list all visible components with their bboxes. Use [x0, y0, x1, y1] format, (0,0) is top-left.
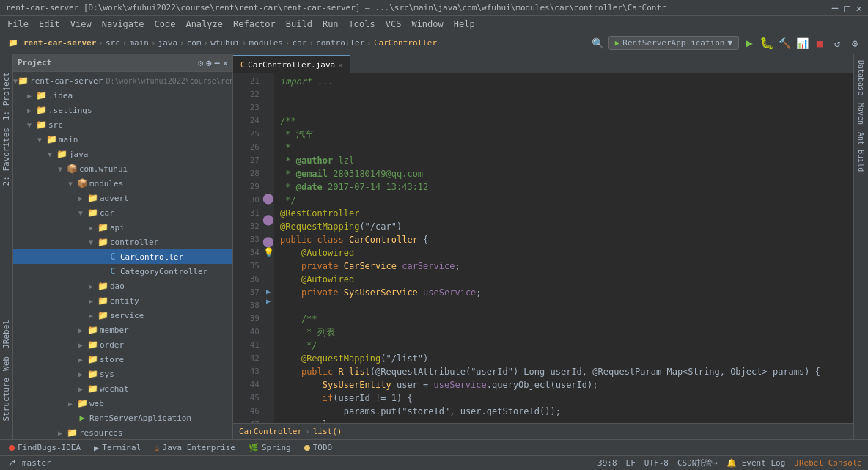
close-btn[interactable]: ✕ [856, 2, 862, 14]
breadcrumb-controller[interactable]: controller [316, 38, 364, 48]
tree-item-categorycontroller[interactable]: C CategoryController [13, 264, 232, 279]
autowire-icon[interactable]: ⬤ [262, 192, 274, 204]
tree-item-src[interactable]: ▼ 📁 src [13, 117, 232, 132]
tree-item-.idea[interactable]: ▶ 📁 .idea [13, 88, 232, 103]
tree-item-order[interactable]: ▶ 📁 order [13, 337, 232, 352]
code-token [280, 246, 301, 260]
tab-close-btn[interactable]: ✕ [338, 61, 342, 69]
tree-item-service[interactable]: ▶ 📁 service [13, 308, 232, 323]
tree-item-.settings[interactable]: ▶ 📁 .settings [13, 103, 232, 117]
right-label-maven[interactable]: Maven [856, 100, 867, 128]
tree-item-advert[interactable]: ▶ 📁 advert [13, 191, 232, 205]
breadcrumb-carcontroller[interactable]: CarController [374, 38, 437, 48]
breadcrumb-src[interactable]: src [106, 38, 120, 48]
tree-item-store[interactable]: ▶ 📁 store [13, 352, 232, 367]
sidebar-label-favorites[interactable]: 2: Favorites [0, 125, 12, 188]
sidebar-label-web[interactable]: Web [0, 353, 12, 374]
sidebar-label-structure[interactable]: Structure [0, 375, 12, 425]
menu-file[interactable]: File [3, 18, 33, 31]
autowire-icon[interactable]: ⬤ [262, 235, 274, 247]
menu-window[interactable]: Window [407, 18, 447, 31]
tree-item-resources[interactable]: ▶ 📁 resources [13, 425, 232, 439]
window-controls[interactable]: ─ □ ✕ [832, 2, 862, 14]
menu-view[interactable]: View [66, 18, 96, 31]
tree-item-wechat[interactable]: ▶ 📁 wechat [13, 381, 232, 396]
sidebar-label-project[interactable]: 1: Project [0, 69, 12, 123]
right-label-database[interactable]: Database [856, 57, 867, 98]
menu-analyze[interactable]: Analyze [181, 18, 227, 31]
maximize-btn[interactable]: □ [844, 2, 850, 14]
tree-item-member[interactable]: ▶ 📁 member [13, 323, 232, 337]
breadcrumb-method[interactable]: list() [313, 427, 342, 436]
menu-tools[interactable]: Tools [345, 18, 380, 31]
menu-build[interactable]: Build [282, 18, 317, 31]
bottom-tab-terminal[interactable]: ▶ Terminal [88, 441, 147, 455]
line-number: 34 [236, 246, 260, 260]
build-btn[interactable]: 🔨 [777, 36, 792, 51]
breadcrumb-wfuhui[interactable]: wfuhui [210, 38, 240, 48]
settings-btn[interactable]: ⚙ [847, 36, 862, 51]
code-content[interactable]: import ... /** * 汽车 * * @author lzl * @e… [274, 73, 853, 423]
tree-item-java[interactable]: ▼ 📁 java [13, 147, 232, 161]
fold-arrow-icon[interactable]: ▶ [266, 287, 271, 295]
tree-item-rentserverapplication[interactable]: ▶ RentServerApplication [13, 411, 232, 425]
panel-expand-icon[interactable]: ⊕ [206, 58, 211, 68]
autowire-icon[interactable]: ⬤ [262, 213, 274, 225]
jrebel-console-btn[interactable]: JRebel Console [794, 458, 862, 468]
breadcrumb-modules[interactable]: modules [249, 38, 283, 48]
panel-close-icon[interactable]: ✕ [223, 58, 228, 68]
sidebar-label-jrebel[interactable]: JRebel [0, 317, 12, 352]
tree-item-carcontroller[interactable]: C CarController [13, 249, 232, 264]
breadcrumb-com[interactable]: com [187, 38, 202, 48]
breadcrumb-class[interactable]: CarController [239, 427, 302, 436]
debug-btn[interactable]: 🐛 [760, 36, 774, 51]
menu-vcs[interactable]: VCS [381, 18, 406, 31]
tree-item-api[interactable]: ▶ 📁 api [13, 220, 232, 235]
line-number: 29 [236, 180, 260, 194]
event-log-btn[interactable]: 🔔 Event Log [727, 458, 785, 468]
minimize-btn[interactable]: ─ [832, 2, 838, 14]
tree-item-com.wfuhui[interactable]: ▼ 📦 com.wfuhui [13, 161, 232, 176]
bottom-tab-findbugs[interactable]: FindBugs-IDEA [3, 441, 87, 455]
tree-item-modules[interactable]: ▼ 📦 modules [13, 176, 232, 191]
tree-item-car[interactable]: ▼ 📁 car [13, 205, 232, 220]
coverage-btn[interactable]: 📊 [795, 36, 809, 51]
menu-help[interactable]: Help [449, 18, 479, 31]
menu-edit[interactable]: Edit [34, 18, 65, 31]
fold-arrow-icon[interactable]: ▶ [266, 297, 271, 305]
menu-code[interactable]: Code [150, 18, 180, 31]
rerun-btn[interactable]: ↺ [830, 36, 845, 51]
tree-item-controller[interactable]: ▼ 📁 controller [13, 235, 232, 249]
menu-navigate[interactable]: Navigate [98, 18, 149, 31]
tree-item-main[interactable]: ▼ 📁 main [13, 132, 232, 147]
git-icon[interactable]: ⎇ [6, 458, 16, 469]
project-icon-btn[interactable]: 📁 [6, 36, 21, 51]
panel-settings-icon[interactable]: ⚙ [198, 58, 203, 68]
breadcrumb-root[interactable]: rent-car-server [23, 38, 96, 48]
status-bar: ⎇ master 39:8 LF UTF-8 CSDN托管→ 🔔 Event L… [0, 455, 868, 470]
tree-item-sys[interactable]: ▶ 📁 sys [13, 367, 232, 381]
menu-refactor[interactable]: Refactor [229, 18, 280, 31]
run-config-selector[interactable]: ▶ RentServerApplication ▼ [608, 36, 739, 50]
stop-btn[interactable]: ■ [812, 36, 827, 51]
breadcrumb-car[interactable]: car [293, 38, 307, 48]
tree-item-rent-car-server[interactable]: ▼ 📁 rent-car-server D:\work\wfuhui2022\c… [13, 73, 232, 88]
right-label-antbuild[interactable]: Ant Build [856, 129, 867, 175]
breadcrumb-main[interactable]: main [129, 38, 149, 48]
tree-item-dao[interactable]: ▶ 📁 dao [13, 279, 232, 293]
tab-carcontroller[interactable]: C CarController.java ✕ [233, 55, 350, 73]
bottom-tab-todo[interactable]: TODO [298, 441, 339, 455]
breadcrumb-java[interactable]: java [158, 38, 178, 48]
run-btn[interactable]: ▶ [742, 36, 757, 51]
lightbulb-icon[interactable]: 💡 [263, 247, 274, 257]
tree-item-entity[interactable]: ▶ 📁 entity [13, 293, 232, 308]
run-config-dropdown-icon[interactable]: ▼ [727, 38, 732, 48]
findbugs-label: FindBugs-IDEA [18, 443, 81, 452]
bottom-tab-javaent[interactable]: ☕ Java Enterprise [148, 441, 241, 455]
panel-collapse-icon[interactable]: — [215, 58, 220, 68]
bottom-tab-spring[interactable]: 🌿 Spring [243, 441, 297, 455]
search-everywhere-btn[interactable]: 🔍 [591, 36, 606, 51]
menu-run[interactable]: Run [318, 18, 343, 31]
line-number: 40 [236, 326, 260, 339]
tree-item-web[interactable]: ▶ 📁 web [13, 396, 232, 411]
